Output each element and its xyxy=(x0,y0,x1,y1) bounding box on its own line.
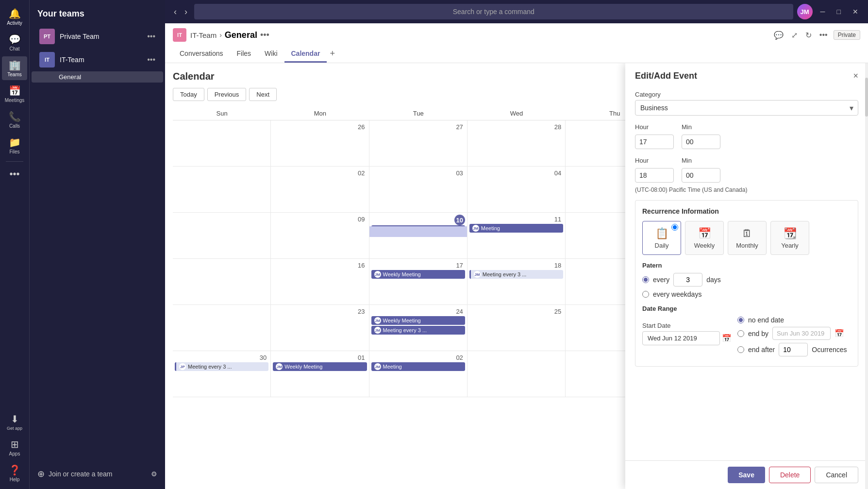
start-date-label: Start Date xyxy=(642,322,732,329)
cal-cell-1-1[interactable]: 02 xyxy=(271,167,369,213)
tab-files[interactable]: Files xyxy=(230,46,258,63)
chat-action-button[interactable]: 💬 xyxy=(772,29,785,42)
cal-cell-3-2[interactable]: 17JMWeekly Meeting xyxy=(369,259,467,305)
cal-cell-4-1[interactable]: 23 xyxy=(271,305,369,351)
rec-tab-monthly[interactable]: 🗓 Monthly xyxy=(728,221,767,255)
delete-button[interactable]: Delete xyxy=(769,467,811,483)
event-chip-2-3-0[interactable]: JMMeeting xyxy=(469,224,563,233)
cal-cell-1-0[interactable] xyxy=(173,167,271,213)
cal-date-03: 03 xyxy=(371,169,465,178)
save-button[interactable]: Save xyxy=(728,467,765,483)
recurrence-tabs: 📋 Daily 📅 Weekly 🗓 Monthly 📆 xyxy=(642,221,851,255)
event-chip-3-3-0[interactable]: JMMeeting every 3 ... xyxy=(469,270,563,279)
expand-action-button[interactable]: ⤢ xyxy=(789,29,800,42)
cal-cell-4-2[interactable]: 24JMWeekly MeetingJMMeeting every 3 ... xyxy=(369,305,467,351)
today-button[interactable]: Today xyxy=(173,88,204,101)
tab-conversations[interactable]: Conversations xyxy=(173,46,230,63)
settings-icon[interactable]: ⚙ xyxy=(151,470,157,478)
back-button[interactable]: ‹ xyxy=(171,5,180,19)
start-min-select[interactable]: 00 15 30 45 xyxy=(682,135,720,149)
start-date-input[interactable] xyxy=(642,331,720,345)
cal-cell-2-1[interactable]: 09 xyxy=(271,213,369,259)
cal-cell-2-3[interactable]: 11JMMeeting xyxy=(467,213,566,259)
join-team-button[interactable]: ⊕ Join or create a team ⚙ xyxy=(30,464,165,484)
forward-button[interactable]: › xyxy=(182,5,190,19)
refresh-action-button[interactable]: ↻ xyxy=(803,29,814,42)
end-hour-group: Hour 18 17 19 xyxy=(635,151,674,183)
channel-more-button[interactable]: ••• xyxy=(260,30,269,40)
every-value-input[interactable] xyxy=(673,273,702,287)
rec-tab-weekly[interactable]: 📅 Weekly xyxy=(685,221,724,255)
search-input[interactable] xyxy=(194,4,793,19)
rec-radio-daily[interactable] xyxy=(671,224,678,231)
cal-cell-5-1[interactable]: 01JMWeekly Meeting xyxy=(271,351,369,397)
every-radio[interactable] xyxy=(642,276,649,283)
more-nav[interactable]: ••• xyxy=(2,166,27,183)
end-by-input[interactable] xyxy=(772,327,831,340)
pattern-title: Patern xyxy=(642,262,851,269)
next-button[interactable]: Next xyxy=(249,88,277,101)
every-weekdays-radio[interactable] xyxy=(642,291,649,298)
start-hour-select[interactable]: 17 18 xyxy=(635,135,674,149)
start-date-cal-button[interactable]: 📅 xyxy=(722,334,732,343)
cal-cell-0-0[interactable] xyxy=(173,120,271,167)
end-by-radio[interactable] xyxy=(737,330,744,337)
end-by-cal-button[interactable]: 📅 xyxy=(835,329,844,338)
get-app-nav[interactable]: ⬇ Get app xyxy=(2,410,27,434)
event-chip-5-2-0[interactable]: JMMeeting xyxy=(371,362,465,371)
no-end-date-radio[interactable] xyxy=(737,317,744,323)
end-min-select[interactable]: 00 15 30 45 xyxy=(682,168,720,183)
cancel-button[interactable]: Cancel xyxy=(815,467,858,483)
occurrences-input[interactable] xyxy=(779,343,808,356)
close-panel-button[interactable]: × xyxy=(853,71,858,81)
end-hour-select[interactable]: 18 17 19 xyxy=(635,168,674,183)
cal-cell-4-0[interactable] xyxy=(173,305,271,351)
cal-cell-3-0[interactable] xyxy=(173,259,271,305)
close-button[interactable]: ✕ xyxy=(849,7,862,17)
team-more-it[interactable]: ••• xyxy=(147,55,155,64)
cal-cell-2-0[interactable] xyxy=(173,213,271,259)
teams-nav[interactable]: 🏢 Teams xyxy=(2,56,27,80)
cal-cell-1-3[interactable]: 04 xyxy=(467,167,566,213)
channel-general[interactable]: General xyxy=(32,71,163,83)
event-chip-5-1-0[interactable]: JMWeekly Meeting xyxy=(273,362,367,371)
cal-cell-1-2[interactable]: 03 xyxy=(369,167,467,213)
event-chip-5-0-0[interactable]: JPMeeting every 3 ... xyxy=(175,362,268,371)
calls-nav[interactable]: 📞 Calls xyxy=(2,108,27,132)
minimize-button[interactable]: ─ xyxy=(817,7,829,17)
team-more-private[interactable]: ••• xyxy=(147,32,155,41)
event-chip-4-2-0[interactable]: JMWeekly Meeting xyxy=(371,316,465,325)
cal-cell-3-3[interactable]: 18JMMeeting every 3 ... xyxy=(467,259,566,305)
cal-cell-2-2[interactable]: 10JMMeeting xyxy=(369,213,467,259)
cal-cell-5-2[interactable]: 02JMMeeting xyxy=(369,351,467,397)
activity-nav[interactable]: 🔔 Activity xyxy=(2,5,27,29)
end-after-radio[interactable] xyxy=(737,346,744,353)
cal-cell-4-3[interactable]: 25 xyxy=(467,305,566,351)
cal-cell-0-3[interactable]: 28 xyxy=(467,120,566,167)
cal-cell-5-0[interactable]: 30JPMeeting every 3 ... xyxy=(173,351,271,397)
cal-cell-0-1[interactable]: 26 xyxy=(271,120,369,167)
cal-cell-0-2[interactable]: 27 xyxy=(369,120,467,167)
rec-tab-yearly[interactable]: 📆 Yearly xyxy=(770,221,809,255)
files-nav[interactable]: 📁 Files xyxy=(2,134,27,157)
tab-calendar[interactable]: Calendar xyxy=(284,46,327,63)
chat-nav[interactable]: 💬 Chat xyxy=(2,31,27,54)
tab-wiki[interactable]: Wiki xyxy=(258,46,284,63)
cal-cell-5-3[interactable] xyxy=(467,351,566,397)
event-chip-3-2-0[interactable]: JMWeekly Meeting xyxy=(371,270,465,279)
restore-button[interactable]: □ xyxy=(833,7,845,17)
team-private[interactable]: PT Private Team ••• xyxy=(32,25,163,48)
meetings-nav[interactable]: 📅 Meetings xyxy=(2,82,27,106)
team-it[interactable]: IT IT-Team ••• xyxy=(32,48,163,71)
cal-cell-3-1[interactable]: 16 xyxy=(271,259,369,305)
help-nav[interactable]: ❓ Help xyxy=(2,461,27,485)
previous-button[interactable]: Previous xyxy=(207,88,247,101)
more-action-button[interactable]: ••• xyxy=(818,29,830,41)
category-select[interactable]: Business Personal Birthday Anniversary xyxy=(635,100,858,116)
event-chip-4-2-1[interactable]: JMMeeting every 3 ... xyxy=(371,326,465,335)
add-tab-button[interactable]: + xyxy=(327,45,338,63)
apps-nav[interactable]: ⊞ Apps xyxy=(2,436,27,459)
your-teams-heading: Your teams xyxy=(30,5,165,25)
rec-tab-daily[interactable]: 📋 Daily xyxy=(642,221,681,255)
channel-header: IT IT-Team › General ••• 💬 ⤢ ↻ ••• Priva… xyxy=(165,23,868,63)
